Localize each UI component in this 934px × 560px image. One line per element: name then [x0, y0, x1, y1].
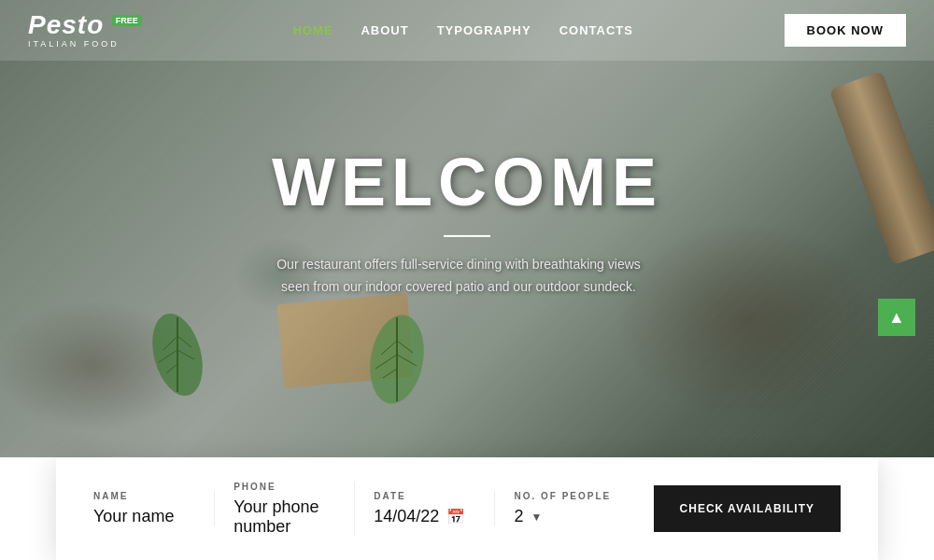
- nav-home[interactable]: HOME: [292, 23, 333, 37]
- phone-value[interactable]: Your phone number: [234, 497, 335, 537]
- people-value[interactable]: 2: [514, 507, 523, 526]
- date-label: DATE: [374, 491, 475, 501]
- name-field: NAME Your name: [93, 491, 215, 526]
- date-field: DATE 14/04/22 📅: [355, 491, 495, 526]
- hero-divider: [444, 235, 490, 237]
- nav-contacts[interactable]: CONTACTS: [559, 23, 633, 37]
- logo-subtitle: ITALIAN FOOD: [28, 39, 142, 49]
- logo-badge: FREE: [112, 15, 142, 26]
- calendar-icon[interactable]: 📅: [446, 508, 465, 525]
- book-now-button[interactable]: BOOK NOW: [785, 14, 906, 47]
- hero-content: WELCOME Our restaurant offers full-servi…: [272, 144, 662, 299]
- leaf-right-decoration: [355, 308, 439, 411]
- nav-typography[interactable]: TYPOGRAPHY: [437, 23, 531, 37]
- hero-subtitle: Our restaurant offers full-service dinin…: [272, 254, 645, 299]
- nav-about[interactable]: ABOUT: [361, 23, 408, 37]
- leaf-left-decoration: [140, 308, 215, 401]
- hero-section: WELCOME Our restaurant offers full-servi…: [0, 0, 934, 457]
- dropdown-icon[interactable]: ▼: [531, 511, 542, 524]
- nav-links: HOME ABOUT TYPOGRAPHY CONTACTS: [292, 23, 633, 37]
- navbar: Pesto FREE ITALIAN FOOD HOME ABOUT TYPOG…: [0, 0, 934, 61]
- people-field: NO. OF PEOPLE 2 ▼: [495, 491, 634, 526]
- name-label: NAME: [93, 491, 195, 501]
- name-value[interactable]: Your name: [93, 507, 195, 526]
- phone-field: PHONE Your phone number: [215, 482, 355, 537]
- check-availability-button[interactable]: CHECK AVAILABILITY: [654, 485, 841, 532]
- logo: Pesto FREE ITALIAN FOOD: [28, 12, 142, 49]
- phone-label: PHONE: [234, 482, 335, 492]
- date-value[interactable]: 14/04/22: [374, 507, 439, 526]
- hero-title: WELCOME: [272, 144, 662, 220]
- booking-bar: NAME Your name PHONE Your phone number D…: [56, 457, 878, 560]
- logo-title: Pesto: [28, 10, 104, 39]
- scroll-up-button[interactable]: ▲: [878, 299, 915, 336]
- people-label: NO. OF PEOPLE: [514, 491, 616, 501]
